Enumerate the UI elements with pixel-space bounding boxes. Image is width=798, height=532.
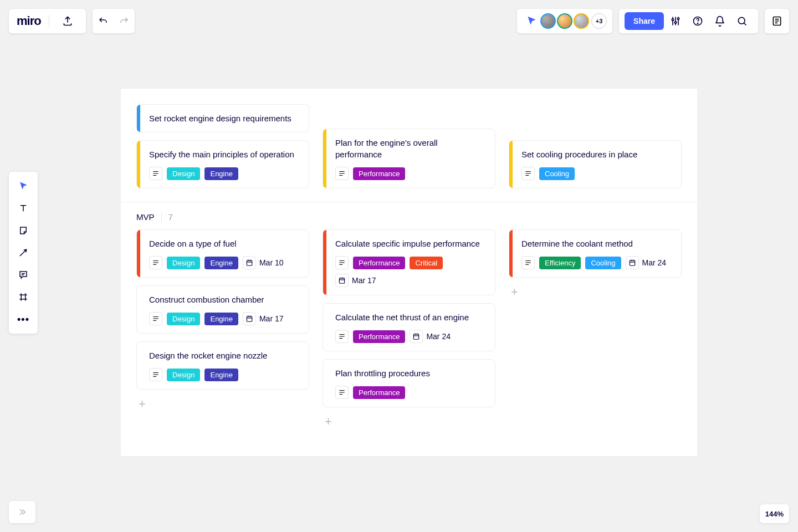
svg-point-5: [738, 17, 745, 24]
kanban-card[interactable]: Plan for the engine's overall performanc…: [323, 129, 495, 188]
due-date[interactable]: Mar 17: [335, 274, 376, 287]
undo-redo-pill: [93, 9, 135, 33]
description-icon[interactable]: [335, 256, 349, 269]
kanban-card[interactable]: Determine the coolant methodEfficiencyCo…: [509, 229, 682, 278]
calendar-icon: [243, 256, 256, 269]
card-title: Construct combustion chamber: [149, 294, 299, 305]
description-icon[interactable]: [335, 167, 349, 180]
description-icon[interactable]: [335, 386, 349, 399]
due-date[interactable]: Mar 10: [243, 256, 284, 269]
tag-chip[interactable]: Engine: [204, 369, 238, 381]
kanban-card[interactable]: Specify the main principles of operation…: [136, 140, 309, 188]
export-icon[interactable]: [57, 9, 78, 33]
due-date[interactable]: Mar 17: [243, 312, 284, 325]
more-tools[interactable]: •••: [9, 308, 38, 330]
card-title: Specify the main principles of operation: [149, 149, 299, 160]
arrow-tool[interactable]: [9, 242, 38, 264]
cursor-follow-icon[interactable]: [525, 9, 539, 33]
tag-chip[interactable]: Engine: [204, 167, 238, 180]
tag-chip[interactable]: Efficiency: [539, 257, 581, 269]
kanban-card[interactable]: Set cooling procedures in placeCooling: [509, 140, 682, 188]
select-tool[interactable]: [9, 175, 38, 197]
description-icon[interactable]: [149, 256, 162, 269]
share-button[interactable]: Share: [625, 12, 664, 30]
description-icon[interactable]: [521, 256, 535, 269]
kanban-board: Set rocket engine design requirementsSpe…: [121, 89, 697, 456]
card-title: Calculate specific impulse performance: [335, 238, 485, 249]
svg-point-2: [677, 18, 679, 19]
description-icon[interactable]: [521, 167, 535, 180]
comment-tool[interactable]: [9, 264, 38, 286]
miro-logo[interactable]: miro: [17, 14, 41, 28]
due-date[interactable]: Mar 24: [410, 330, 451, 343]
chevrons-right-icon: [9, 501, 35, 523]
group-mvp: Decide on a type of fuelDesignEngineMar …: [136, 229, 682, 428]
avatar[interactable]: [540, 13, 556, 29]
due-date[interactable]: Mar 24: [626, 256, 667, 269]
card-stripe: [137, 230, 140, 277]
tag-chip[interactable]: Design: [167, 313, 200, 325]
tag-chip[interactable]: Critical: [410, 257, 443, 269]
add-card-button[interactable]: +: [509, 285, 682, 299]
avatar[interactable]: [557, 13, 572, 29]
divider: [49, 15, 49, 27]
card-stripe: [323, 129, 326, 188]
help-icon[interactable]: [687, 9, 708, 33]
card-title: Set rocket engine design requirements: [149, 112, 299, 124]
description-icon[interactable]: [149, 167, 162, 180]
description-icon[interactable]: [149, 312, 162, 325]
description-icon[interactable]: [335, 330, 349, 343]
text-tool[interactable]: [9, 197, 38, 219]
tag-chip[interactable]: Cooling: [539, 167, 575, 180]
calendar-icon: [410, 330, 423, 343]
tag-chip[interactable]: Engine: [204, 257, 238, 269]
settings-icon[interactable]: [665, 9, 686, 33]
kanban-card[interactable]: Set rocket engine design requirements: [136, 104, 309, 132]
svg-rect-7: [247, 260, 252, 265]
tag-chip[interactable]: Design: [167, 369, 200, 381]
tag-chip[interactable]: Design: [167, 167, 200, 180]
avatar-count[interactable]: +3: [591, 13, 607, 29]
tag-chip[interactable]: Performance: [353, 167, 405, 180]
section-divider: [121, 202, 697, 202]
add-card-button[interactable]: +: [136, 397, 309, 411]
frame-tool[interactable]: [9, 286, 38, 308]
tag-chip[interactable]: Cooling: [585, 257, 621, 269]
svg-rect-10: [414, 334, 419, 339]
card-stripe: [323, 230, 326, 295]
bell-icon[interactable]: [709, 9, 730, 33]
tag-chip[interactable]: Performance: [353, 330, 405, 343]
card-stripe: [137, 141, 140, 188]
kanban-card[interactable]: Decide on a type of fuelDesignEngineMar …: [136, 229, 309, 278]
zoom-value: 144%: [765, 510, 784, 518]
sticky-note-tool[interactable]: [9, 219, 38, 242]
kanban-card[interactable]: Construct combustion chamberDesignEngine…: [136, 285, 309, 334]
card-title: Decide on a type of fuel: [149, 238, 299, 249]
card-title: Determine the coolant method: [521, 238, 671, 249]
calendar-icon: [626, 256, 639, 269]
tag-chip[interactable]: Performance: [353, 257, 405, 269]
tag-chip[interactable]: Engine: [204, 313, 238, 325]
undo-icon[interactable]: [93, 9, 114, 33]
calendar-icon: [335, 274, 349, 287]
zoom-indicator[interactable]: 144%: [760, 504, 789, 523]
description-icon[interactable]: [149, 368, 162, 381]
tag-chip[interactable]: Design: [167, 257, 200, 269]
svg-point-0: [672, 19, 673, 21]
kanban-card[interactable]: Calculate the net thrust of an enginePer…: [323, 303, 495, 351]
share-pill: Share: [619, 9, 758, 33]
notes-pill[interactable]: [765, 9, 789, 33]
card-stripe: [137, 105, 140, 132]
search-icon[interactable]: [732, 9, 753, 33]
presence-pill: +3: [517, 9, 612, 33]
tag-chip[interactable]: Performance: [353, 386, 405, 399]
redo-icon[interactable]: [114, 9, 135, 33]
expand-panel-button[interactable]: [9, 501, 35, 523]
kanban-card[interactable]: Design the rocket engine nozzleDesignEng…: [136, 341, 309, 390]
svg-point-1: [674, 22, 676, 23]
kanban-card[interactable]: Calculate specific impulse performancePe…: [323, 229, 495, 295]
kanban-card[interactable]: Plan throttling proceduresPerformance: [323, 359, 495, 407]
avatar[interactable]: [574, 13, 589, 29]
calendar-icon: [243, 312, 256, 325]
add-card-button[interactable]: +: [323, 415, 495, 428]
